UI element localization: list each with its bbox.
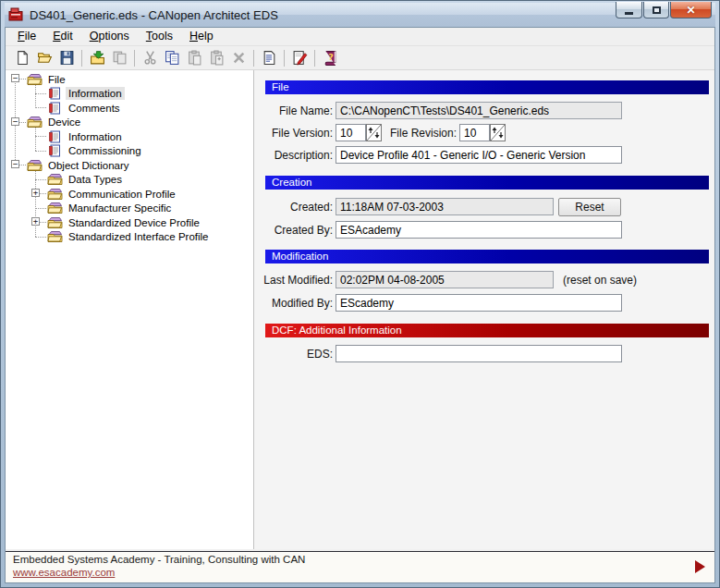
toolbar: ?	[6, 46, 714, 70]
menu-bar: File Edit Options Tools Help	[6, 28, 714, 46]
expand-plus-icon[interactable]: +	[31, 217, 40, 226]
toolbar-separator	[314, 50, 315, 67]
edit-button[interactable]	[288, 48, 311, 68]
tree-item-comments[interactable]: Comments	[6, 101, 253, 115]
tree-item-label: Device	[45, 116, 83, 129]
description-field[interactable]	[336, 146, 622, 164]
tree-item-data-types[interactable]: Data Types	[6, 173, 253, 187]
description-label: Description:	[259, 149, 333, 162]
tree-item-commissioning[interactable]: Commissioning	[6, 144, 253, 158]
tree-item-label: Data Types	[66, 173, 125, 186]
window-title: DS401_Generic.eds - CANopen Architect ED…	[30, 8, 278, 22]
folder-icon	[27, 73, 43, 86]
app-icon	[8, 7, 24, 22]
file-version-spinner[interactable]	[366, 124, 382, 141]
title-bar[interactable]: DS401_Generic.eds - CANopen Architect ED…	[5, 3, 715, 27]
window-controls: ✕	[615, 2, 712, 18]
tree-item-label: Information	[66, 130, 125, 143]
close-button[interactable]: ✕	[670, 2, 712, 18]
created-by-label: Created By:	[259, 224, 333, 237]
tree-item-communication-profile[interactable]: +Communication Profile	[6, 187, 253, 201]
last-modified-field[interactable]	[336, 271, 554, 288]
created-by-field[interactable]	[336, 221, 622, 239]
scroll-right-arrow-icon[interactable]	[695, 560, 705, 573]
status-text: Embedded Systems Academy - Training, Con…	[13, 554, 305, 565]
folder-icon	[47, 202, 63, 214]
svg-text:?: ?	[328, 53, 333, 62]
reset-button[interactable]: Reset	[558, 198, 621, 216]
cut-icon	[142, 50, 158, 66]
close-icon: ✕	[686, 5, 695, 16]
folder-icon	[47, 173, 63, 186]
status-bar: Embedded Systems Academy - Training, Con…	[6, 552, 714, 582]
maximize-button[interactable]	[643, 2, 669, 18]
folder-icon	[27, 116, 43, 129]
save-button[interactable]	[55, 48, 78, 68]
tree-item-manufacturer-specific[interactable]: Manufacturer Specific	[6, 202, 253, 215]
tree-item-object-dictionary[interactable]: −Object Dictionary	[6, 158, 253, 172]
tree-item-label: Manufacturer Specific	[66, 202, 174, 214]
esacademy-link[interactable]: www.esacademy.com	[13, 567, 115, 578]
tree-item-information[interactable]: Information	[6, 87, 253, 101]
maximize-icon	[653, 6, 661, 14]
duplicate-button[interactable]	[108, 48, 130, 68]
tree-item-label: Standardized Interface Profile	[66, 230, 212, 243]
file-name-field[interactable]	[336, 102, 622, 119]
file-revision-spinner[interactable]	[490, 124, 506, 141]
new-file-button[interactable]	[11, 48, 33, 68]
tree-connector	[35, 126, 36, 151]
paste-special-button[interactable]	[205, 48, 227, 68]
folder-icon	[47, 230, 63, 243]
delete-button[interactable]	[227, 48, 250, 68]
menu-options[interactable]: Options	[81, 28, 138, 45]
tree-item-standardized-interface-profile[interactable]: Standardized Interface Profile	[6, 230, 253, 244]
created-field[interactable]	[336, 198, 554, 215]
delete-x-icon	[231, 50, 247, 66]
eds-field[interactable]	[336, 345, 622, 362]
section-header-modification: Modification	[265, 250, 709, 263]
minimize-icon	[625, 12, 633, 15]
last-modified-label: Last Modified:	[259, 274, 333, 287]
tree-item-information[interactable]: Information	[6, 129, 253, 143]
help-button[interactable]: ?	[319, 48, 341, 68]
modified-by-field[interactable]	[336, 294, 622, 312]
expand-plus-icon[interactable]: +	[31, 189, 40, 197]
report-button[interactable]	[258, 48, 280, 68]
form-panel: File File Name: File Version: File Revis…	[254, 70, 714, 549]
menu-tools[interactable]: Tools	[138, 28, 181, 45]
section-header-file: File	[265, 80, 709, 94]
tree-item-label: Commissioning	[66, 144, 144, 157]
help-book-icon: ?	[323, 50, 338, 66]
section-header-creation: Creation	[265, 176, 709, 190]
import-eds-button[interactable]	[86, 48, 108, 68]
folder-icon	[27, 159, 43, 172]
cut-button[interactable]	[139, 48, 161, 68]
menu-help[interactable]: Help	[181, 28, 222, 45]
document-icon	[47, 102, 63, 115]
copy-button[interactable]	[161, 48, 183, 68]
tree-connector	[35, 82, 36, 108]
collapse-minus-icon[interactable]: −	[11, 74, 19, 82]
folder-icon	[47, 216, 63, 229]
toolbar-separator	[134, 50, 135, 67]
tree-item-standardized-device-profile[interactable]: +Standardized Device Profile	[6, 215, 253, 229]
menu-file[interactable]: File	[9, 28, 44, 45]
modified-by-label: Modified By:	[259, 297, 333, 310]
collapse-minus-icon[interactable]: −	[11, 160, 19, 168]
paste-icon	[187, 50, 202, 66]
tree-item-file[interactable]: −File	[6, 72, 253, 86]
tree-item-device[interactable]: −Device	[6, 116, 253, 129]
client-area: File Edit Options Tools Help ?	[5, 27, 715, 583]
open-file-button[interactable]	[33, 48, 55, 68]
toolbar-separator	[81, 50, 82, 67]
folder-icon	[47, 188, 63, 201]
file-revision-field[interactable]	[459, 124, 490, 141]
menu-edit[interactable]: Edit	[44, 28, 81, 45]
minimize-button[interactable]	[616, 2, 642, 18]
open-folder-icon	[37, 50, 53, 66]
paste-button[interactable]	[183, 48, 205, 68]
collapse-minus-icon[interactable]: −	[11, 117, 19, 126]
tree-item-label: Information	[66, 87, 125, 100]
edit-pen-icon	[292, 50, 308, 66]
file-version-field[interactable]	[336, 124, 366, 141]
